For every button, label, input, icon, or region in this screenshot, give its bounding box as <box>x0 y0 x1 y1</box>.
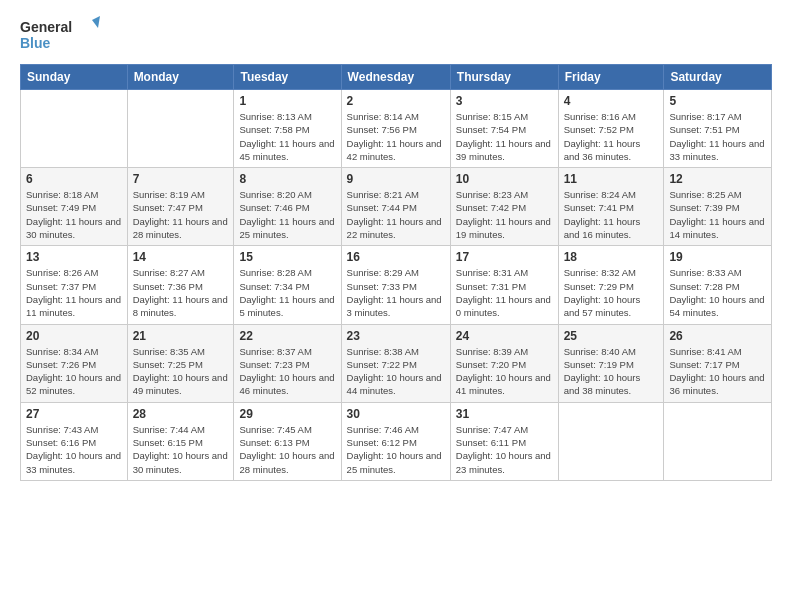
calendar-cell: 1Sunrise: 8:13 AM Sunset: 7:58 PM Daylig… <box>234 90 341 168</box>
day-number: 12 <box>669 172 766 186</box>
calendar-cell: 24Sunrise: 8:39 AM Sunset: 7:20 PM Dayli… <box>450 324 558 402</box>
weekday-header-wednesday: Wednesday <box>341 65 450 90</box>
calendar-cell: 27Sunrise: 7:43 AM Sunset: 6:16 PM Dayli… <box>21 402 128 480</box>
day-info: Sunrise: 7:45 AM Sunset: 6:13 PM Dayligh… <box>239 423 335 476</box>
calendar-cell: 5Sunrise: 8:17 AM Sunset: 7:51 PM Daylig… <box>664 90 772 168</box>
day-info: Sunrise: 7:44 AM Sunset: 6:15 PM Dayligh… <box>133 423 229 476</box>
day-info: Sunrise: 8:25 AM Sunset: 7:39 PM Dayligh… <box>669 188 766 241</box>
day-number: 24 <box>456 329 553 343</box>
day-number: 19 <box>669 250 766 264</box>
day-number: 9 <box>347 172 445 186</box>
day-number: 1 <box>239 94 335 108</box>
weekday-header-saturday: Saturday <box>664 65 772 90</box>
day-number: 30 <box>347 407 445 421</box>
day-number: 14 <box>133 250 229 264</box>
day-number: 8 <box>239 172 335 186</box>
day-info: Sunrise: 8:26 AM Sunset: 7:37 PM Dayligh… <box>26 266 122 319</box>
day-info: Sunrise: 8:13 AM Sunset: 7:58 PM Dayligh… <box>239 110 335 163</box>
day-number: 22 <box>239 329 335 343</box>
day-number: 15 <box>239 250 335 264</box>
day-info: Sunrise: 8:33 AM Sunset: 7:28 PM Dayligh… <box>669 266 766 319</box>
calendar-cell: 19Sunrise: 8:33 AM Sunset: 7:28 PM Dayli… <box>664 246 772 324</box>
day-info: Sunrise: 8:20 AM Sunset: 7:46 PM Dayligh… <box>239 188 335 241</box>
calendar-cell: 17Sunrise: 8:31 AM Sunset: 7:31 PM Dayli… <box>450 246 558 324</box>
weekday-header-tuesday: Tuesday <box>234 65 341 90</box>
calendar-cell: 29Sunrise: 7:45 AM Sunset: 6:13 PM Dayli… <box>234 402 341 480</box>
day-info: Sunrise: 7:43 AM Sunset: 6:16 PM Dayligh… <box>26 423 122 476</box>
day-info: Sunrise: 7:47 AM Sunset: 6:11 PM Dayligh… <box>456 423 553 476</box>
calendar-cell: 12Sunrise: 8:25 AM Sunset: 7:39 PM Dayli… <box>664 168 772 246</box>
calendar-cell: 7Sunrise: 8:19 AM Sunset: 7:47 PM Daylig… <box>127 168 234 246</box>
day-info: Sunrise: 8:35 AM Sunset: 7:25 PM Dayligh… <box>133 345 229 398</box>
calendar-cell: 25Sunrise: 8:40 AM Sunset: 7:19 PM Dayli… <box>558 324 664 402</box>
day-info: Sunrise: 7:46 AM Sunset: 6:12 PM Dayligh… <box>347 423 445 476</box>
day-number: 20 <box>26 329 122 343</box>
calendar-cell: 16Sunrise: 8:29 AM Sunset: 7:33 PM Dayli… <box>341 246 450 324</box>
calendar-cell <box>21 90 128 168</box>
calendar-cell: 30Sunrise: 7:46 AM Sunset: 6:12 PM Dayli… <box>341 402 450 480</box>
weekday-header-sunday: Sunday <box>21 65 128 90</box>
day-number: 31 <box>456 407 553 421</box>
weekday-header-row: SundayMondayTuesdayWednesdayThursdayFrid… <box>21 65 772 90</box>
day-number: 10 <box>456 172 553 186</box>
day-info: Sunrise: 8:28 AM Sunset: 7:34 PM Dayligh… <box>239 266 335 319</box>
day-info: Sunrise: 8:19 AM Sunset: 7:47 PM Dayligh… <box>133 188 229 241</box>
calendar-cell <box>558 402 664 480</box>
day-number: 21 <box>133 329 229 343</box>
day-info: Sunrise: 8:37 AM Sunset: 7:23 PM Dayligh… <box>239 345 335 398</box>
svg-text:Blue: Blue <box>20 35 51 51</box>
week-row-4: 27Sunrise: 7:43 AM Sunset: 6:16 PM Dayli… <box>21 402 772 480</box>
day-info: Sunrise: 8:24 AM Sunset: 7:41 PM Dayligh… <box>564 188 659 241</box>
calendar-cell <box>664 402 772 480</box>
calendar-cell: 14Sunrise: 8:27 AM Sunset: 7:36 PM Dayli… <box>127 246 234 324</box>
day-number: 18 <box>564 250 659 264</box>
day-info: Sunrise: 8:23 AM Sunset: 7:42 PM Dayligh… <box>456 188 553 241</box>
day-info: Sunrise: 8:16 AM Sunset: 7:52 PM Dayligh… <box>564 110 659 163</box>
weekday-header-thursday: Thursday <box>450 65 558 90</box>
svg-marker-2 <box>92 16 100 28</box>
day-number: 13 <box>26 250 122 264</box>
calendar-cell: 4Sunrise: 8:16 AM Sunset: 7:52 PM Daylig… <box>558 90 664 168</box>
calendar-cell: 11Sunrise: 8:24 AM Sunset: 7:41 PM Dayli… <box>558 168 664 246</box>
day-number: 6 <box>26 172 122 186</box>
calendar-cell: 26Sunrise: 8:41 AM Sunset: 7:17 PM Dayli… <box>664 324 772 402</box>
day-info: Sunrise: 8:31 AM Sunset: 7:31 PM Dayligh… <box>456 266 553 319</box>
day-number: 27 <box>26 407 122 421</box>
page: General Blue SundayMondayTuesdayWednesda… <box>0 0 792 497</box>
day-number: 28 <box>133 407 229 421</box>
day-number: 2 <box>347 94 445 108</box>
day-number: 5 <box>669 94 766 108</box>
day-number: 25 <box>564 329 659 343</box>
calendar-cell: 10Sunrise: 8:23 AM Sunset: 7:42 PM Dayli… <box>450 168 558 246</box>
day-number: 3 <box>456 94 553 108</box>
week-row-3: 20Sunrise: 8:34 AM Sunset: 7:26 PM Dayli… <box>21 324 772 402</box>
day-info: Sunrise: 8:14 AM Sunset: 7:56 PM Dayligh… <box>347 110 445 163</box>
calendar-cell: 9Sunrise: 8:21 AM Sunset: 7:44 PM Daylig… <box>341 168 450 246</box>
calendar-cell: 8Sunrise: 8:20 AM Sunset: 7:46 PM Daylig… <box>234 168 341 246</box>
day-info: Sunrise: 8:39 AM Sunset: 7:20 PM Dayligh… <box>456 345 553 398</box>
weekday-header-monday: Monday <box>127 65 234 90</box>
day-info: Sunrise: 8:32 AM Sunset: 7:29 PM Dayligh… <box>564 266 659 319</box>
day-number: 29 <box>239 407 335 421</box>
week-row-2: 13Sunrise: 8:26 AM Sunset: 7:37 PM Dayli… <box>21 246 772 324</box>
calendar-cell: 23Sunrise: 8:38 AM Sunset: 7:22 PM Dayli… <box>341 324 450 402</box>
calendar-cell: 31Sunrise: 7:47 AM Sunset: 6:11 PM Dayli… <box>450 402 558 480</box>
day-info: Sunrise: 8:38 AM Sunset: 7:22 PM Dayligh… <box>347 345 445 398</box>
weekday-header-friday: Friday <box>558 65 664 90</box>
calendar-cell: 13Sunrise: 8:26 AM Sunset: 7:37 PM Dayli… <box>21 246 128 324</box>
day-info: Sunrise: 8:29 AM Sunset: 7:33 PM Dayligh… <box>347 266 445 319</box>
day-info: Sunrise: 8:27 AM Sunset: 7:36 PM Dayligh… <box>133 266 229 319</box>
svg-text:General: General <box>20 19 72 35</box>
calendar-cell <box>127 90 234 168</box>
day-number: 11 <box>564 172 659 186</box>
day-number: 23 <box>347 329 445 343</box>
calendar-cell: 20Sunrise: 8:34 AM Sunset: 7:26 PM Dayli… <box>21 324 128 402</box>
day-info: Sunrise: 8:18 AM Sunset: 7:49 PM Dayligh… <box>26 188 122 241</box>
day-info: Sunrise: 8:15 AM Sunset: 7:54 PM Dayligh… <box>456 110 553 163</box>
day-info: Sunrise: 8:34 AM Sunset: 7:26 PM Dayligh… <box>26 345 122 398</box>
calendar-cell: 3Sunrise: 8:15 AM Sunset: 7:54 PM Daylig… <box>450 90 558 168</box>
day-number: 26 <box>669 329 766 343</box>
day-info: Sunrise: 8:40 AM Sunset: 7:19 PM Dayligh… <box>564 345 659 398</box>
calendar-cell: 28Sunrise: 7:44 AM Sunset: 6:15 PM Dayli… <box>127 402 234 480</box>
week-row-0: 1Sunrise: 8:13 AM Sunset: 7:58 PM Daylig… <box>21 90 772 168</box>
